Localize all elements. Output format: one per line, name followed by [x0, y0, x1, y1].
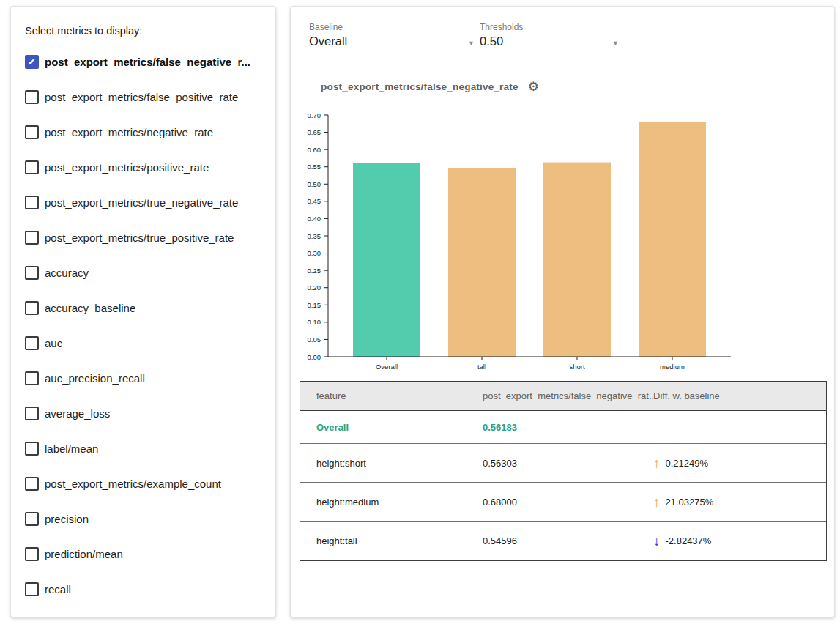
value-cell: 0.54596: [483, 535, 653, 546]
metric-checkbox-row[interactable]: precision: [25, 508, 275, 529]
metric-label: accuracy: [45, 267, 89, 279]
value-cell: 0.56303: [483, 458, 653, 469]
table-row: Overall 0.56183: [300, 411, 826, 444]
checkbox-icon[interactable]: [25, 442, 39, 456]
metric-label: post_export_metrics/example_count: [45, 478, 221, 490]
metric-label: post_export_metrics/negative_rate: [45, 126, 213, 138]
metric-checkbox-row[interactable]: post_export_metrics/positive_rate: [25, 157, 275, 177]
metric-selector-title: Select metrics to display:: [25, 25, 275, 37]
metric-checkbox-row[interactable]: accuracy: [25, 262, 275, 283]
checkbox-icon[interactable]: [25, 266, 39, 280]
table-header-feature: feature: [300, 390, 483, 401]
metric-label: auc_precision_recall: [45, 372, 145, 385]
metric-selector-panel: Select metrics to display: ✓ post_export…: [10, 6, 276, 617]
table-row: height:tall 0.54596 ↓ -2.82437%: [300, 522, 826, 560]
down-arrow-icon: ↓: [653, 534, 661, 548]
svg-text:short: short: [569, 363, 584, 371]
baseline-dropdown[interactable]: Baseline Overall ▼: [309, 22, 476, 53]
metric-checkbox-row[interactable]: prediction/mean: [25, 543, 275, 564]
checkbox-icon[interactable]: [25, 547, 39, 561]
chart-title: post_export_metrics/false_negative_rate: [321, 81, 519, 92]
metric-checkbox-row[interactable]: post_export_metrics/example_count: [25, 473, 275, 494]
svg-text:0.10: 0.10: [308, 318, 321, 326]
checkbox-icon[interactable]: [25, 371, 39, 385]
metric-detail-panel: Baseline Overall ▼ Thresholds 0.50 ▼ pos…: [290, 6, 835, 617]
feature-cell: Overall: [300, 422, 483, 433]
metric-label: prediction/mean: [45, 548, 123, 560]
metric-label: label/mean: [45, 442, 98, 455]
checkbox-checked-icon[interactable]: ✓: [25, 55, 39, 69]
value-cell: 0.68000: [483, 497, 653, 508]
thresholds-dropdown-value: 0.50: [480, 34, 503, 48]
baseline-dropdown-label: Baseline: [309, 22, 476, 32]
up-arrow-icon: ↑: [653, 456, 661, 470]
feature-cell: height:short: [300, 458, 483, 469]
svg-text:0.50: 0.50: [308, 180, 321, 188]
checkbox-icon[interactable]: [25, 512, 39, 526]
checkbox-icon[interactable]: [25, 231, 39, 245]
metric-checkbox-row[interactable]: auc_precision_recall: [25, 368, 275, 388]
metric-label: auc: [45, 337, 62, 349]
metric-checkbox-row[interactable]: ✓ post_export_metrics/false_negative_r..…: [25, 51, 275, 72]
value-cell: 0.56183: [483, 422, 653, 433]
table-header-diff: Diff. w. baseline: [653, 390, 826, 401]
svg-text:tall: tall: [477, 363, 486, 371]
svg-text:0.60: 0.60: [308, 146, 321, 154]
metric-label: precision: [45, 513, 89, 525]
svg-text:0.15: 0.15: [308, 301, 321, 309]
metric-label: post_export_metrics/positive_rate: [45, 161, 209, 174]
chevron-down-icon: ▼: [612, 40, 619, 47]
svg-text:0.65: 0.65: [308, 128, 321, 136]
diff-cell: -2.82437%: [666, 535, 712, 546]
svg-text:Overall: Overall: [376, 363, 398, 371]
checkbox-icon[interactable]: [25, 160, 39, 174]
feature-cell: height:medium: [300, 497, 483, 508]
svg-text:0.55: 0.55: [308, 163, 321, 171]
metric-checkbox-row[interactable]: auc: [25, 333, 275, 353]
chevron-down-icon: ▼: [468, 40, 475, 47]
diff-cell: 21.03275%: [666, 497, 714, 508]
table-row: height:medium 0.68000 ↑ 21.03275%: [300, 483, 826, 522]
table-row: height:short 0.56303 ↑ 0.21249%: [300, 444, 826, 483]
baseline-dropdown-value: Overall: [309, 34, 347, 48]
svg-text:0.20: 0.20: [308, 283, 321, 292]
metric-label: post_export_metrics/false_negative_r...: [45, 56, 250, 68]
checkbox-icon[interactable]: [25, 196, 39, 209]
metric-label: post_export_metrics/true_positive_rate: [45, 231, 234, 244]
thresholds-dropdown[interactable]: Thresholds 0.50 ▼: [480, 22, 620, 53]
metric-label: post_export_metrics/true_negative_rate: [45, 196, 238, 209]
checkbox-icon[interactable]: [25, 477, 39, 491]
metric-checkbox-row[interactable]: average_loss: [25, 403, 275, 423]
metric-label: accuracy_baseline: [45, 302, 135, 314]
svg-text:0.05: 0.05: [308, 335, 321, 344]
metric-label: average_loss: [45, 407, 110, 420]
metric-checkbox-row[interactable]: post_export_metrics/true_positive_rate: [25, 227, 275, 248]
checkbox-icon[interactable]: [25, 125, 39, 139]
table-header-metric: post_export_metrics/false_negative_rat..…: [483, 390, 653, 401]
table-header-row: feature post_export_metrics/false_negati…: [300, 382, 826, 411]
bar-chart[interactable]: 0.000.050.100.150.200.250.300.350.400.45…: [291, 109, 759, 382]
up-arrow-icon: ↑: [653, 495, 661, 509]
metric-label: post_export_metrics/false_positive_rate: [45, 91, 238, 103]
svg-text:0.30: 0.30: [308, 249, 321, 257]
metric-checkbox-row[interactable]: post_export_metrics/true_negative_rate: [25, 192, 275, 212]
checkbox-icon[interactable]: [25, 90, 39, 104]
metric-checkbox-row[interactable]: accuracy_baseline: [25, 297, 275, 318]
svg-text:0.70: 0.70: [308, 111, 321, 119]
checkbox-icon[interactable]: [25, 336, 39, 350]
metrics-table: feature post_export_metrics/false_negati…: [300, 381, 827, 561]
checkbox-icon[interactable]: [25, 582, 39, 596]
metric-checkbox-row[interactable]: post_export_metrics/negative_rate: [25, 122, 275, 142]
svg-text:0.00: 0.00: [308, 353, 321, 361]
metric-checkbox-row[interactable]: label/mean: [25, 438, 275, 459]
feature-cell: height:tall: [300, 535, 483, 546]
diff-cell: 0.21249%: [666, 458, 709, 469]
svg-text:0.25: 0.25: [308, 267, 321, 275]
checkbox-icon[interactable]: [25, 301, 39, 315]
metric-checkbox-row[interactable]: recall: [25, 579, 275, 599]
checkbox-icon[interactable]: [25, 407, 39, 420]
metric-label: recall: [45, 583, 71, 596]
metric-checkbox-row[interactable]: post_export_metrics/false_positive_rate: [25, 86, 275, 107]
settings-gear-icon[interactable]: ⚙: [528, 81, 539, 93]
svg-text:medium: medium: [660, 363, 685, 371]
